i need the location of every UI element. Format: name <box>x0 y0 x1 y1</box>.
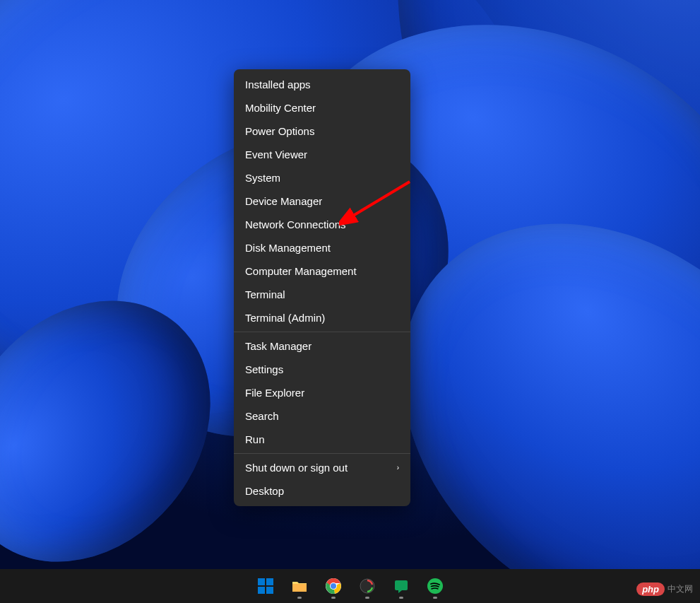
menu-mobility-center[interactable]: Mobility Center <box>234 96 410 119</box>
menu-item-label: File Explorer <box>245 387 304 399</box>
watermark: php 中文网 <box>636 582 693 596</box>
menu-item-label: System <box>245 172 280 184</box>
menu-power-options[interactable]: Power Options <box>234 119 410 143</box>
menu-search[interactable]: Search <box>234 404 410 428</box>
menu-item-label: Search <box>245 410 279 422</box>
menu-disk-management[interactable]: Disk Management <box>234 236 410 259</box>
menu-item-label: Terminal (Admin) <box>245 312 325 324</box>
menu-item-label: Terminal <box>245 288 285 300</box>
menu-item-label: Device Manager <box>245 195 322 207</box>
menu-system[interactable]: System <box>234 166 410 189</box>
menu-item-label: Computer Management <box>245 265 357 277</box>
watermark-badge: php <box>636 582 665 596</box>
menu-item-label: Power Options <box>245 125 314 137</box>
svg-rect-6 <box>292 584 307 592</box>
svg-point-9 <box>331 583 336 589</box>
menu-settings[interactable]: Settings <box>234 358 410 381</box>
menu-task-manager[interactable]: Task Manager <box>234 334 410 358</box>
circle-app-icon <box>359 578 376 595</box>
menu-item-label: Settings <box>245 363 283 375</box>
menu-file-explorer[interactable]: File Explorer <box>234 381 410 404</box>
app-button-1[interactable] <box>353 572 381 600</box>
chrome-button[interactable] <box>319 572 348 600</box>
menu-computer-management[interactable]: Computer Management <box>234 259 410 283</box>
menu-installed-apps[interactable]: Installed apps <box>234 73 410 96</box>
menu-item-label: Run <box>245 433 265 445</box>
desktop-background[interactable]: Installed appsMobility CenterPower Optio… <box>0 0 700 569</box>
menu-item-label: Desktop <box>245 485 284 497</box>
menu-device-manager[interactable]: Device Manager <box>234 189 410 213</box>
svg-rect-4 <box>258 587 265 594</box>
svg-rect-3 <box>266 578 273 585</box>
menu-separator <box>234 332 410 332</box>
menu-item-label: Shut down or sign out <box>245 462 348 474</box>
svg-rect-11 <box>395 580 408 590</box>
spotify-icon <box>427 578 444 595</box>
menu-shutdown[interactable]: Shut down or sign out› <box>234 456 410 479</box>
menu-desktop[interactable]: Desktop <box>234 479 410 503</box>
menu-item-label: Network Connections <box>245 218 346 230</box>
chrome-icon <box>325 578 342 595</box>
file-explorer-button[interactable] <box>285 572 314 600</box>
watermark-text: 中文网 <box>668 583 693 595</box>
taskbar <box>0 569 700 603</box>
menu-item-label: Installed apps <box>245 78 311 90</box>
menu-network-connections[interactable]: Network Connections <box>234 213 410 236</box>
menu-item-label: Disk Management <box>245 242 331 254</box>
menu-item-label: Mobility Center <box>245 102 316 114</box>
folder-icon <box>291 578 308 595</box>
menu-terminal[interactable]: Terminal <box>234 283 410 306</box>
start-button[interactable] <box>251 572 280 600</box>
spotify-button[interactable] <box>421 572 449 600</box>
svg-rect-5 <box>266 587 273 594</box>
menu-separator <box>234 453 410 454</box>
menu-item-label: Event Viewer <box>245 148 307 160</box>
menu-run[interactable]: Run <box>234 428 410 451</box>
menu-item-label: Task Manager <box>245 340 312 352</box>
chat-button[interactable] <box>387 572 415 600</box>
windows-icon <box>257 578 274 595</box>
winx-context-menu: Installed appsMobility CenterPower Optio… <box>234 69 410 506</box>
menu-event-viewer[interactable]: Event Viewer <box>234 143 410 166</box>
svg-rect-2 <box>258 578 265 585</box>
menu-terminal-admin[interactable]: Terminal (Admin) <box>234 306 410 329</box>
chevron-right-icon: › <box>397 464 399 472</box>
chat-icon <box>393 578 410 595</box>
